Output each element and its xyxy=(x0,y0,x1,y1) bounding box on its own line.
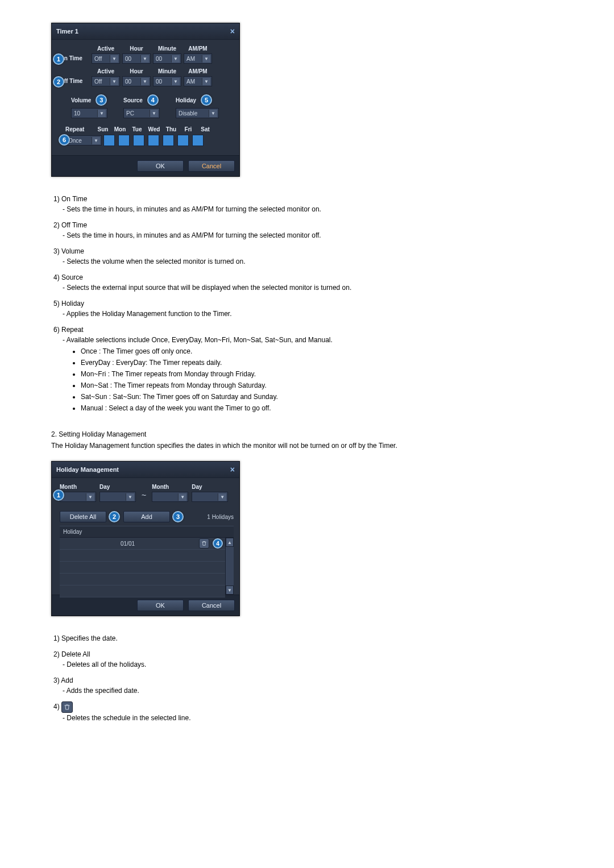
item-desc: - Available selections include Once, Eve… xyxy=(63,335,563,345)
on-minute-select[interactable]: 00 ▼ xyxy=(153,53,181,64)
cancel-button[interactable]: Cancel xyxy=(188,160,235,172)
scroll-down-icon[interactable]: ▼ xyxy=(226,585,234,595)
start-day-select[interactable]: ▼ xyxy=(99,492,136,502)
timer-titlebar: Timer 1 × xyxy=(52,23,239,40)
item-title: 4) xyxy=(53,701,563,713)
day-checkbox-sat[interactable] xyxy=(192,135,204,146)
timer-dialog: Timer 1 × 1 On Time Active Off ▼ Hour xyxy=(51,23,240,177)
add-button[interactable]: Add xyxy=(123,511,170,522)
repeat-bullet: Manual : Select a day of the week you wa… xyxy=(81,403,563,413)
holiday-select[interactable]: Disable ▼ xyxy=(176,108,219,118)
callout-3: 3 xyxy=(96,94,107,106)
table-row xyxy=(60,574,225,585)
chevron-down-icon: ▼ xyxy=(126,493,134,501)
chevron-down-icon: ▼ xyxy=(178,493,186,501)
on-active-header: Active xyxy=(92,45,120,52)
table-row xyxy=(60,585,225,597)
start-month-header: Month xyxy=(60,484,77,490)
scroll-up-icon[interactable]: ▲ xyxy=(226,538,234,547)
day-header: Thu xyxy=(164,126,178,132)
day-header: Tue xyxy=(130,126,144,132)
holiday-titlebar: Holiday Management × xyxy=(52,462,239,478)
holiday-section-desc: The Holiday Management function specifie… xyxy=(51,442,563,450)
item-title: 2) Off Time xyxy=(53,220,563,230)
holiday-table: Holiday 01/01 4 xyxy=(60,526,234,595)
source-select[interactable]: PC ▼ xyxy=(123,108,160,118)
chevron-down-icon: ▼ xyxy=(140,78,149,85)
item-title: 6) Repeat xyxy=(53,325,563,335)
trash-icon xyxy=(61,701,73,713)
callout-1: 1 xyxy=(53,489,64,501)
repeat-select[interactable]: Once ▼ xyxy=(65,135,102,146)
day-header: Sat xyxy=(198,126,212,132)
callout-1: 1 xyxy=(53,53,64,65)
off-minute-header: Minute xyxy=(153,68,181,74)
on-ampm-header: AM/PM xyxy=(184,45,212,52)
close-icon[interactable]: × xyxy=(230,465,235,474)
trash-icon[interactable] xyxy=(199,538,209,549)
chevron-down-icon: ▼ xyxy=(218,493,226,501)
start-day-header: Day xyxy=(99,484,110,490)
on-hour-select[interactable]: 00 ▼ xyxy=(122,53,151,64)
holiday-dialog: Holiday Management × 1 Month ▼ Day ▼ xyxy=(51,461,240,616)
holiday-footer: OK Cancel xyxy=(52,595,239,616)
item-title: 4) Source xyxy=(53,272,563,283)
on-minute-header: Minute xyxy=(153,45,181,52)
chevron-down-icon: ▼ xyxy=(110,55,118,63)
item-desc: - Applies the Holiday Management functio… xyxy=(63,309,563,319)
on-ampm-select[interactable]: AM ▼ xyxy=(184,53,212,64)
item-title: 3) Volume xyxy=(53,246,563,256)
item-title: 5) Holiday xyxy=(53,298,563,309)
start-month-select[interactable]: ▼ xyxy=(60,492,96,502)
range-separator: ~ xyxy=(139,491,148,502)
chevron-down-icon: ▼ xyxy=(202,78,210,85)
end-day-header: Day xyxy=(192,484,202,490)
end-day-select[interactable]: ▼ xyxy=(192,492,228,502)
callout-4: 4 xyxy=(147,94,159,106)
ok-button[interactable]: OK xyxy=(137,600,184,611)
holiday-explanation: 1) Specifies the date. 2) Delete All - D… xyxy=(53,633,563,723)
repeat-bullet: Mon~Sat : The Timer repeats from Monday … xyxy=(81,380,563,391)
day-checkbox-thu[interactable] xyxy=(163,135,174,146)
off-active-header: Active xyxy=(92,68,120,74)
chevron-down-icon: ▼ xyxy=(171,55,180,63)
day-checkbox-mon[interactable] xyxy=(118,135,130,146)
off-ampm-select[interactable]: AM ▼ xyxy=(184,76,212,86)
scrollbar[interactable]: ▲ ▼ xyxy=(225,538,234,595)
item-desc: - Selects the volume when the selected m… xyxy=(63,256,563,267)
chevron-down-icon: ▼ xyxy=(86,493,94,501)
repeat-bullet: Sat~Sun : Sat~Sun: The Timer goes off on… xyxy=(81,392,563,402)
item-desc: - Selects the external input source that… xyxy=(63,283,563,293)
on-hour-header: Hour xyxy=(122,45,151,52)
item-desc: - Deletes all of the holidays. xyxy=(63,659,563,670)
chevron-down-icon: ▼ xyxy=(110,78,118,85)
item-title: 3) Add xyxy=(53,675,563,686)
callout-4: 4 xyxy=(213,538,223,549)
item-desc: - Sets the time in hours, in minutes and… xyxy=(63,204,563,214)
day-checkbox-wed[interactable] xyxy=(148,135,159,146)
day-header: Sun xyxy=(96,126,110,132)
day-checkbox-fri[interactable] xyxy=(177,135,189,146)
day-header: Fri xyxy=(181,126,195,132)
end-month-select[interactable]: ▼ xyxy=(152,492,188,502)
table-row[interactable]: 01/01 4 xyxy=(60,538,225,550)
volume-select[interactable]: 10 ▼ xyxy=(71,108,107,118)
item-desc: - Adds the specified date. xyxy=(63,686,563,696)
off-ampm-header: AM/PM xyxy=(184,68,212,74)
day-header: Wed xyxy=(147,126,161,132)
close-icon[interactable]: × xyxy=(230,27,235,36)
volume-label: Volume xyxy=(71,97,91,103)
cancel-button[interactable]: Cancel xyxy=(188,600,235,611)
on-active-select[interactable]: Off ▼ xyxy=(92,53,120,64)
day-checkbox-sun[interactable] xyxy=(103,135,115,146)
ok-button[interactable]: OK xyxy=(137,160,184,172)
day-checkbox-tue[interactable] xyxy=(133,135,144,146)
item-desc: - Deletes the schedule in the selected l… xyxy=(63,713,563,723)
off-active-select[interactable]: Off ▼ xyxy=(92,76,120,86)
delete-all-button[interactable]: Delete All xyxy=(60,511,106,522)
callout-5: 5 xyxy=(201,94,212,106)
chevron-down-icon: ▼ xyxy=(202,55,210,63)
off-minute-select[interactable]: 00 ▼ xyxy=(153,76,181,86)
end-month-header: Month xyxy=(152,484,169,490)
off-hour-select[interactable]: 00 ▼ xyxy=(122,76,151,86)
